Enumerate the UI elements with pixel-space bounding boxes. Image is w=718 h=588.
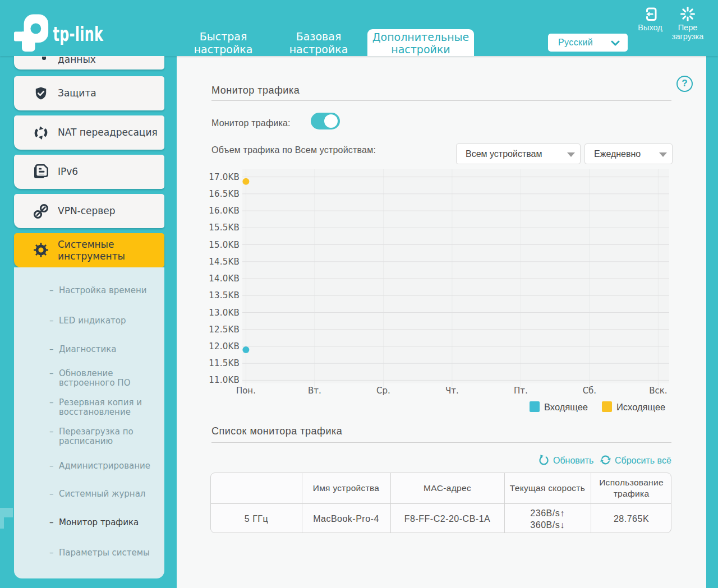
x-axis-tick-label: Сб. (583, 386, 597, 396)
data-point-incoming (242, 346, 249, 353)
submenu-item-diagnostics[interactable]: –Диагностика (49, 345, 162, 354)
tplink-logo-mark (14, 15, 48, 52)
ipv6-document-icon (34, 164, 48, 179)
reset-all-link[interactable]: Сбросить всё (600, 455, 671, 466)
table-header-band (211, 473, 302, 503)
period-select-value: Ежедневно (594, 149, 641, 159)
submenu-item-system-parameters[interactable]: –Параметры системы (49, 548, 162, 558)
triangle-down-icon (659, 152, 667, 157)
y-axis-tick-label: 13.5KB (209, 290, 240, 300)
table-header-device-name: Имя устройства (302, 473, 390, 503)
help-icon[interactable]: ? (676, 76, 693, 92)
y-axis-tick-label: 15.0KB (209, 240, 240, 250)
tab-basic-setup[interactable]: Базовая настройка (273, 30, 365, 55)
dash-bullet: – (49, 461, 54, 471)
scroll-artifact (0, 517, 4, 529)
table-cell-traffic-usage: 28.765K (591, 504, 672, 534)
system-tools-submenu: –Настройка времени –LED индикатор –Диагн… (14, 267, 164, 578)
table-cell-mac-address: F8-FF-C2-20-CB-1A (390, 504, 504, 534)
tab-label: Быстрая настройка (194, 30, 253, 55)
sidebar-item-label: Защита (58, 76, 96, 110)
triangle-down-icon (567, 152, 575, 157)
x-axis-tick-label: Пон. (236, 386, 256, 396)
submenu-item-time-settings[interactable]: –Настройка времени (49, 286, 162, 295)
submenu-item-scheduled-reboot[interactable]: –Перезагрузка по расписанию (49, 427, 162, 446)
device-select[interactable]: Всем устройствам (456, 143, 581, 164)
logout-icon (642, 6, 658, 22)
traffic-monitor-toggle-label: Монитор трафика: (211, 118, 291, 128)
dash-bullet: – (49, 316, 54, 326)
sidebar-item-label: данных (58, 55, 96, 68)
vpn-link-icon (33, 203, 49, 219)
y-axis-tick-label: 14.0KB (209, 274, 240, 284)
sidebar-item-ipv6[interactable]: IPv6 (14, 155, 164, 189)
submenu-item-firmware-upgrade[interactable]: –Обновление встроенного ПО (49, 369, 162, 387)
y-axis-tick-label: 13.0KB (209, 308, 240, 318)
traffic-monitor-table: Имя устройства MAC-адрес Текущая скорост… (210, 473, 671, 533)
dash-bullet: – (49, 286, 54, 295)
refresh-icon (538, 455, 549, 465)
table-cell-band: 5 ГГц (211, 504, 302, 534)
period-select[interactable]: Ежедневно (584, 143, 673, 164)
submenu-item-traffic-monitor[interactable]: –Монитор трафика (49, 518, 162, 527)
sidebar-item-qos-partial[interactable]: данных (14, 56, 164, 70)
sidebar-item-security[interactable]: Защита (14, 76, 164, 110)
sidebar-item-nat-forwarding[interactable]: NAT переадресация (14, 115, 164, 150)
sidebar-item-label: IPv6 (58, 155, 78, 189)
list-divider (211, 442, 671, 443)
page-title: Монитор трафика (211, 85, 300, 96)
submenu-item-backup-restore[interactable]: –Резервная копия и восстановление (49, 398, 162, 416)
y-axis-tick-label: 12.0KB (209, 341, 240, 351)
x-axis-tick-label: Вск. (649, 386, 667, 396)
shield-check-icon (35, 87, 47, 100)
traffic-chart: 17.0KB 16.5KB 16.0KB 15.5KB 15.0KB 14.5K… (208, 168, 673, 398)
tplink-router-admin: Монитор трафика ? Монитор трафика: Объем… (0, 0, 718, 588)
sidebar-item-label: VPN-сервер (58, 194, 116, 228)
logout-button[interactable]: Выход (636, 6, 664, 33)
refresh-link[interactable]: Обновить (538, 455, 593, 466)
y-axis-tick-label: 11.0KB (209, 375, 240, 385)
table-header-current-speed: Текущая скорость (504, 473, 591, 503)
language-value: Русский (558, 38, 593, 47)
submenu-item-led[interactable]: –LED индикатор (49, 316, 162, 326)
x-axis-tick-label: Ср. (376, 386, 390, 396)
table-cell-device-name: MacBook-Pro-4 (302, 504, 390, 534)
chevron-down-icon (611, 40, 620, 46)
sidebar-item-vpn-server[interactable]: VPN-сервер (14, 194, 164, 228)
title-divider (211, 100, 671, 101)
content-panel: Монитор трафика ? Монитор трафика: Объем… (177, 56, 706, 588)
dash-bullet: – (49, 489, 54, 499)
legend-swatch-outgoing (602, 401, 612, 412)
device-select-value: Всем устройствам (466, 149, 542, 159)
reset-icon (600, 455, 611, 465)
nat-forwarding-icon (34, 126, 48, 140)
dash-bullet: – (49, 345, 54, 354)
tab-advanced-setup[interactable]: Дополнительные настройки (367, 29, 474, 56)
top-header: tp-link Быстрая настройка Базовая настро… (0, 0, 718, 56)
y-axis-tick-label: 16.5KB (209, 189, 240, 199)
language-select[interactable]: Русский (548, 34, 628, 52)
submenu-item-system-log[interactable]: –Системный журнал (49, 489, 162, 499)
x-axis-tick-label: Пт. (514, 386, 528, 396)
tab-quick-setup[interactable]: Быстрая настройка (177, 30, 269, 55)
plot-area (242, 169, 669, 383)
traffic-list-title: Список монитора трафика (211, 425, 342, 437)
table-header-traffic-usage: Использование трафика (591, 473, 672, 503)
tplink-logo[interactable]: tp-link (0, 0, 112, 56)
legend-label-outgoing: Исходящее (616, 401, 665, 413)
gear-icon (34, 243, 48, 257)
sidebar-item-system-tools[interactable]: Системные инструменты (14, 233, 164, 267)
traffic-monitor-toggle[interactable] (311, 113, 340, 129)
dash-bullet: – (49, 398, 54, 408)
toggle-knob (324, 114, 338, 128)
y-axis-tick-label: 17.0KB (209, 172, 240, 182)
sidebar-item-label: Системные инструменты (58, 233, 164, 267)
table-cell-current-speed: 236B/s↑360B/s↓ (504, 504, 591, 534)
reboot-button[interactable]: Пере загрузка (669, 6, 707, 41)
y-axis-tick-label: 11.5KB (209, 358, 240, 368)
tab-label: Дополнительные настройки (372, 31, 470, 55)
x-axis-tick-label: Чт. (445, 386, 459, 396)
reboot-label: Пере загрузка (672, 23, 704, 41)
qos-icon-remnant (42, 57, 46, 60)
submenu-item-administration[interactable]: –Администрирование (49, 461, 162, 471)
